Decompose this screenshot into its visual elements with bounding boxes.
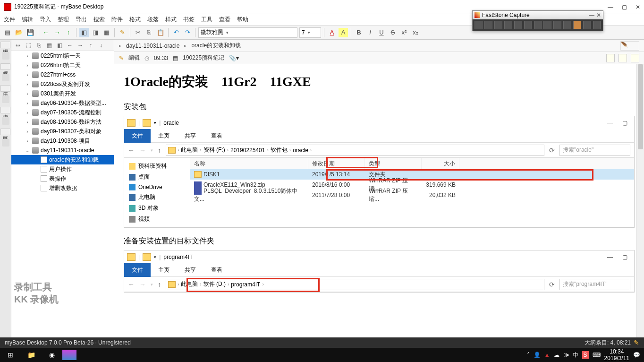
sidebar-item[interactable]: 3D 对象 — [124, 203, 190, 214]
output-icon[interactable] — [573, 21, 581, 29]
capture-fixed-icon[interactable] — [543, 21, 551, 29]
tray-people-icon[interactable]: 👤 — [534, 352, 541, 358]
task-app2-icon[interactable] — [62, 350, 76, 360]
capture-full-icon[interactable] — [524, 21, 532, 29]
size-select[interactable]: 7▾ — [299, 27, 321, 38]
tray-cloud-icon[interactable]: ☁ — [554, 352, 559, 358]
minimize-button[interactable]: — — [608, 4, 613, 10]
path-segment[interactable]: program4IT — [231, 281, 260, 288]
scrollbar[interactable] — [636, 64, 644, 337]
tree-node[interactable]: ⌄day11-190311-oracle — [11, 146, 114, 155]
menu-item[interactable]: 书签 — [183, 16, 195, 24]
capture-freehand-icon[interactable] — [514, 21, 522, 29]
address-bar[interactable]: ›此电脑›软件 (D:)›program4IT› — [166, 279, 544, 290]
tree-tool-icon[interactable]: → — [76, 42, 84, 49]
nav-up-icon[interactable]: ↑ — [158, 147, 161, 154]
tray-ime2-icon[interactable]: S — [582, 351, 589, 359]
tool-new-icon[interactable]: ▤ — [3, 28, 12, 37]
view1-icon[interactable] — [606, 54, 615, 62]
font-select[interactable]: 微软雅黑▾ — [198, 27, 297, 38]
menu-item[interactable]: 帮助 — [237, 16, 248, 24]
maximize-button[interactable]: ▢ — [622, 254, 627, 260]
tree-node[interactable]: ›0225html第一天 — [11, 51, 114, 60]
column-header[interactable]: 大小 — [422, 158, 459, 169]
tray-vol-icon[interactable]: 🕪 — [563, 352, 569, 358]
search-input[interactable]: 搜索"oracle" — [559, 145, 630, 156]
tree-tool-icon[interactable]: ← — [66, 42, 74, 49]
capture-object-icon[interactable] — [494, 21, 502, 29]
path-segment[interactable]: oracle — [293, 147, 308, 154]
font-color-icon[interactable]: A — [327, 28, 337, 37]
search-input[interactable]: 搜索"program4IT" — [559, 279, 630, 290]
sidebar-item[interactable]: 预科班资料 — [124, 161, 190, 172]
tree-node[interactable]: 增删改数据 — [11, 183, 114, 193]
sub-icon[interactable]: x₂ — [411, 28, 420, 37]
column-header[interactable]: 名称 — [190, 158, 308, 169]
italic-icon[interactable]: I — [365, 28, 375, 37]
menu-item[interactable]: 导出 — [76, 16, 87, 24]
nav-back-icon[interactable]: ← — [128, 147, 135, 154]
record-icon[interactable] — [553, 21, 561, 29]
menu-item[interactable]: 搜索 — [93, 16, 105, 24]
menu-item[interactable]: 查看 — [219, 16, 230, 24]
path-segment[interactable]: 资料 (F:) — [203, 146, 225, 154]
tree-node[interactable]: ›day07-190305-流程控制 — [11, 108, 114, 117]
minimize-button[interactable]: — — [607, 254, 613, 260]
attach-icon[interactable]: 📎▾ — [229, 55, 239, 61]
side-tab[interactable]: 大纲 — [0, 42, 10, 48]
refresh-icon[interactable]: ⟳ — [549, 281, 555, 288]
layout2-icon[interactable]: ◨ — [91, 28, 100, 37]
capture-rect-icon[interactable] — [504, 21, 512, 29]
settings-icon[interactable] — [583, 21, 591, 29]
menu-item[interactable]: 格式 — [129, 16, 141, 24]
column-header[interactable]: 类型 — [365, 158, 422, 169]
nav-fwd-icon[interactable]: → — [139, 281, 146, 288]
tool-fwd-icon[interactable]: → — [52, 28, 62, 37]
tree-node[interactable]: ›0301案例开发 — [11, 89, 114, 98]
explorer-tab[interactable]: 主页 — [151, 129, 177, 143]
clock[interactable]: 10:34 2019/3/11 — [604, 348, 629, 362]
tray-net-icon[interactable]: ▲ — [544, 352, 550, 358]
tray-keyboard-icon[interactable]: ⌨ — [593, 352, 601, 358]
minimize-button[interactable]: — — [607, 120, 613, 126]
tree-node[interactable]: ›day09-190307-类和对象 — [11, 127, 114, 136]
layout1-icon[interactable]: ◧ — [79, 28, 89, 37]
redo-icon[interactable]: ↷ — [183, 28, 192, 37]
maximize-button[interactable]: ▢ — [622, 120, 627, 126]
start-button[interactable]: ⊞ — [0, 348, 21, 362]
cut-icon[interactable]: ✂ — [133, 28, 143, 37]
nav-recent-icon[interactable]: ▾ — [151, 282, 153, 287]
tree-node[interactable]: oracle的安装和卸载 — [11, 155, 114, 164]
tree-node[interactable]: ›day06-190304-数据类型... — [11, 98, 114, 108]
tray-up-icon[interactable]: ˄ — [527, 352, 530, 358]
nav-recent-icon[interactable]: ▾ — [151, 148, 153, 153]
path-segment[interactable]: 软件包 — [271, 146, 288, 154]
path-segment[interactable]: 此电脑 — [181, 280, 198, 288]
view3-icon[interactable] — [631, 54, 639, 62]
sup-icon[interactable]: x² — [399, 28, 409, 37]
breadcrumb-item[interactable]: day11-190311-oracle — [126, 43, 179, 49]
path-segment[interactable]: 20190225401 — [230, 147, 265, 154]
explorer-tab[interactable]: 共享 — [177, 263, 203, 277]
notifications-icon[interactable]: 💬 — [633, 352, 640, 358]
address-bar[interactable]: ›此电脑›资料 (F:)›20190225401›软件包›oracle› — [166, 145, 544, 156]
tree-node[interactable]: ›0228css及案例开发 — [11, 79, 114, 89]
side-tab[interactable]: 搜索 — [0, 107, 10, 113]
file-row[interactable]: PLSQL_Developer_8.0.3.1510简体中文...2011/7/… — [190, 190, 634, 200]
maximize-button[interactable]: ▢ — [622, 4, 627, 10]
capture-scroll-icon[interactable] — [534, 21, 542, 29]
tool-back-icon[interactable]: ← — [41, 28, 51, 37]
capture-active-icon[interactable] — [475, 21, 483, 29]
underline-icon[interactable]: U — [377, 28, 386, 37]
menu-item[interactable]: 导入 — [40, 16, 51, 24]
tree-node[interactable]: 表操作 — [11, 174, 114, 183]
edit-notename[interactable]: 190225预科笔记 — [183, 54, 224, 62]
menu-item[interactable]: 样式 — [165, 16, 177, 24]
tree-tool-icon[interactable]: ▦ — [45, 42, 53, 49]
tool-up-icon[interactable]: ↑ — [64, 28, 73, 37]
faststone-window[interactable]: FastStone Capture — ✕ — [472, 10, 603, 31]
menu-item[interactable]: 附件 — [111, 16, 123, 24]
column-header[interactable]: 修改日期 — [308, 158, 365, 169]
refresh-icon[interactable]: ⟳ — [549, 147, 555, 154]
nav-fwd-icon[interactable]: → — [139, 147, 146, 154]
